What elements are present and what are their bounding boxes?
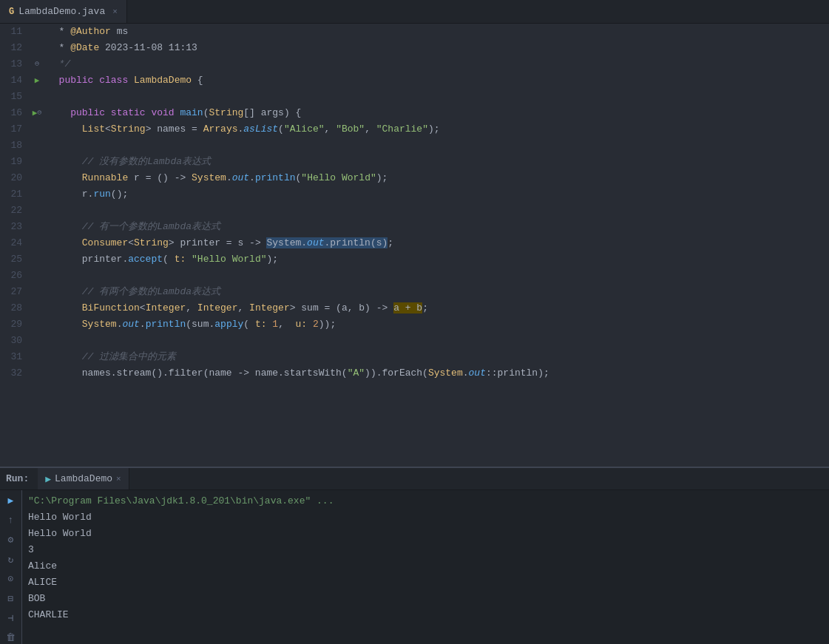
line-gutter: ▶⊖ — [30, 105, 44, 121]
line-gutter: ▶ — [30, 72, 44, 89]
run-label: Run: — [6, 473, 29, 484]
wrench-btn[interactable]: ⚙ — [3, 534, 19, 546]
code-line: 22 — [0, 203, 829, 219]
editor-area: 11 * @Author ms12 * @Date 2023-11-08 11:… — [0, 24, 829, 467]
line-number: 12 — [0, 40, 30, 56]
code-line: 25 printer.accept( t: "Hello World"); — [0, 251, 829, 268]
camera-btn[interactable]: ⊙ — [3, 573, 19, 586]
bottom-panel: Run: ▶ LambdaDemo × ▶↑⚙↻⊙⊟⊣🗑 "C:\Program… — [0, 467, 829, 644]
fold-gutter-icon[interactable]: ⊖ — [35, 56, 39, 72]
editor-tab[interactable]: G LambdaDemo.java × — [0, 0, 127, 23]
console-line: CHARLIE — [28, 607, 823, 623]
line-content: // 有两个参数的Lambda表达式 — [44, 284, 829, 300]
line-content: */ — [44, 56, 829, 72]
line-number: 15 — [0, 89, 30, 105]
line-content: printer.accept( t: "Hello World"); — [44, 251, 829, 268]
line-content: names.stream().filter(name -> name.start… — [44, 365, 829, 382]
up-btn[interactable]: ↑ — [3, 515, 19, 527]
code-line: 13⊖ */ — [0, 56, 829, 72]
tab-filename: LambdaDemo.java — [18, 6, 105, 17]
line-number: 14 — [0, 72, 30, 89]
line-number: 23 — [0, 219, 30, 235]
line-content: public static void main(String[] args) { — [44, 105, 829, 121]
code-line: 20 Runnable r = () -> System.out.println… — [0, 170, 829, 186]
line-number: 16 — [0, 105, 30, 121]
line-number: 24 — [0, 235, 30, 251]
run-gutter-icon[interactable]: ▶ — [35, 72, 40, 89]
code-line: 30 — [0, 333, 829, 349]
fold-gutter-icon[interactable]: ⊖ — [37, 105, 41, 121]
line-content: r.run(); — [44, 186, 829, 203]
bottom-toolbar: ▶↑⚙↻⊙⊟⊣🗑 — [0, 490, 22, 644]
line-number: 31 — [0, 349, 30, 365]
run-gutter-icon[interactable]: ▶ — [33, 105, 38, 121]
code-line: 31 // 过滤集合中的元素 — [0, 349, 829, 365]
line-content: Runnable r = () -> System.out.println("H… — [44, 170, 829, 186]
code-line: 27 // 有两个参数的Lambda表达式 — [0, 284, 829, 300]
code-line: 29 System.out.println(sum.apply( t: 1, u… — [0, 316, 829, 333]
line-content: // 没有参数的Lambda表达式 — [44, 154, 829, 170]
line-number: 21 — [0, 186, 30, 203]
code-line: 28 BiFunction<Integer, Integer, Integer>… — [0, 300, 829, 316]
print-btn[interactable]: ⊟ — [3, 593, 19, 606]
console-line: ALICE — [28, 574, 823, 591]
run-btn[interactable]: ▶ — [3, 495, 19, 507]
run-tab-icon: ▶ — [45, 473, 51, 485]
code-line: 11 * @Author ms — [0, 24, 829, 40]
code-line: 15 — [0, 89, 829, 105]
run-tab-label: LambdaDemo — [55, 473, 112, 484]
line-number: 19 — [0, 154, 30, 170]
code-line: 16▶⊖ public static void main(String[] ar… — [0, 105, 829, 121]
console-line: 3 — [28, 542, 823, 558]
bottom-tab-bar: Run: ▶ LambdaDemo × — [0, 468, 829, 490]
line-number: 13 — [0, 56, 30, 72]
code-line: 14▶ public class LambdaDemo { — [0, 72, 829, 89]
line-number: 18 — [0, 138, 30, 154]
code-line: 32 names.stream().filter(name -> name.st… — [0, 365, 829, 382]
tab-close-button[interactable]: × — [112, 7, 118, 16]
code-line: 24 Consumer<String> printer = s -> Syste… — [0, 235, 829, 251]
line-content: System.out.println(sum.apply( t: 1, u: 2… — [44, 316, 829, 333]
code-line: 18 — [0, 138, 829, 154]
line-number: 22 — [0, 203, 30, 219]
code-line: 21 r.run(); — [0, 186, 829, 203]
code-line: 17 List<String> names = Arrays.asList("A… — [0, 121, 829, 138]
line-content: List<String> names = Arrays.asList("Alic… — [44, 121, 829, 138]
console-line: BOB — [28, 591, 823, 607]
line-number: 26 — [0, 268, 30, 284]
line-number: 32 — [0, 365, 30, 382]
line-content: // 过滤集合中的元素 — [44, 349, 829, 365]
line-gutter: ⊖ — [30, 56, 44, 72]
line-content: // 有一个参数的Lambda表达式 — [44, 219, 829, 235]
code-line: 19 // 没有参数的Lambda表达式 — [0, 154, 829, 170]
console-line: Alice — [28, 558, 823, 574]
console-output: "C:\Program Files\Java\jdk1.8.0_201\bin\… — [22, 490, 829, 644]
line-content: * @Date 2023-11-08 11:13 — [44, 40, 829, 56]
line-number: 28 — [0, 300, 30, 316]
line-number: 29 — [0, 316, 30, 333]
line-number: 30 — [0, 333, 30, 349]
line-content: public class LambdaDemo { — [44, 72, 829, 89]
console-line: Hello World — [28, 526, 823, 542]
run-tab[interactable]: ▶ LambdaDemo × — [38, 468, 129, 489]
line-number: 27 — [0, 284, 30, 300]
line-content: * @Author ms — [44, 24, 829, 40]
back-btn[interactable]: ⊣ — [3, 612, 19, 625]
tab-bar: G LambdaDemo.java × — [0, 0, 829, 24]
run-tab-close[interactable]: × — [116, 475, 121, 484]
java-file-icon: G — [9, 7, 14, 17]
line-number: 11 — [0, 24, 30, 40]
line-content: BiFunction<Integer, Integer, Integer> su… — [44, 300, 829, 316]
console-line: "C:\Program Files\Java\jdk1.8.0_201\bin\… — [28, 493, 823, 509]
console-line: Hello World — [28, 509, 823, 526]
code-line: 26 — [0, 268, 829, 284]
line-number: 20 — [0, 170, 30, 186]
code-line: 12 * @Date 2023-11-08 11:13 — [0, 40, 829, 56]
code-line: 23 // 有一个参数的Lambda表达式 — [0, 219, 829, 235]
code-editor[interactable]: 11 * @Author ms12 * @Date 2023-11-08 11:… — [0, 24, 829, 467]
line-number: 17 — [0, 121, 30, 138]
rerun-btn[interactable]: ↻ — [3, 554, 19, 566]
line-number: 25 — [0, 251, 30, 268]
trash-btn[interactable]: 🗑 — [3, 632, 19, 645]
bottom-content: ▶↑⚙↻⊙⊟⊣🗑 "C:\Program Files\Java\jdk1.8.0… — [0, 490, 829, 644]
